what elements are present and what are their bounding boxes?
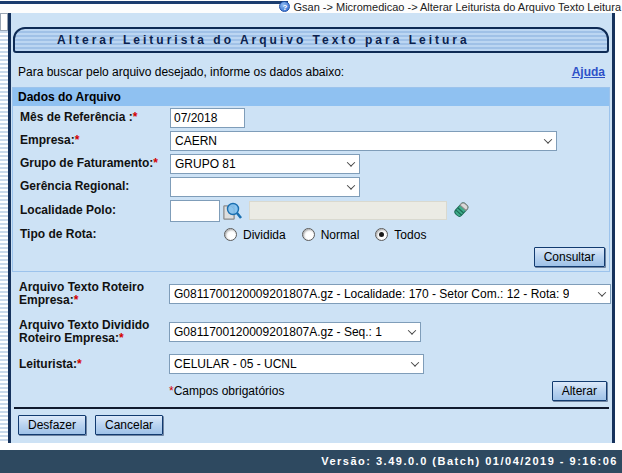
localidade-polo-nome-field [249, 201, 447, 220]
intro-text: Para buscar pelo arquivo desejado, infor… [18, 65, 344, 79]
tipo-rota-radio-group: Dividida Normal Todos [224, 228, 436, 242]
grupo-faturamento-label: Grupo de Faturamento: [20, 156, 153, 170]
alterar-button[interactable]: Alterar [552, 381, 607, 401]
desfazer-button[interactable]: Desfazer [18, 415, 86, 435]
breadcrumb: ? Gsan -> Micromedicao -> Alterar Leitur… [279, 0, 621, 13]
chevron-down-icon [347, 181, 355, 189]
row-consultar: Consultar [13, 246, 609, 268]
chevron-down-icon [598, 288, 606, 296]
row-localidade-polo: Localidade Polo: [13, 198, 609, 223]
radio-todos-label: Todos [394, 228, 426, 242]
required-asterisk: * [75, 133, 80, 147]
localidade-polo-label: Localidade Polo: [20, 204, 170, 217]
window-frame: Alterar Leiturista do Arquivo Texto para… [0, 13, 622, 450]
required-asterisk: * [74, 293, 79, 307]
row-gerencia-regional: Gerência Regional: [13, 175, 609, 198]
arquivo-dividido-label: Arquivo Texto Dividido Roteiro Empresa: [19, 318, 149, 345]
page-title: Alterar Leiturista do Arquivo Texto para… [13, 27, 609, 53]
leiturista-select-value: CELULAR - 05 - UCNL [174, 357, 297, 371]
row-note-alterar: *Campos obrigatórios Alterar [11, 381, 612, 401]
empresa-select[interactable]: CAERN [170, 131, 557, 151]
section-header: Dados do Arquivo [13, 88, 609, 106]
version-footer: Versão: 3.49.0.0 (Batch) 01/04/2019 - 9:… [0, 450, 622, 473]
chevron-down-icon [347, 158, 355, 166]
radio-normal[interactable] [302, 228, 315, 241]
search-icon[interactable] [223, 201, 243, 221]
arquivo-roteiro-select-value: G0811700120009201807A.gz - Localidade: 1… [174, 287, 569, 301]
arquivo-roteiro-label: Arquivo Texto Roteiro Empresa: [19, 280, 144, 307]
row-grupo-faturamento: Grupo de Faturamento:* GRUPO 81 [13, 152, 609, 175]
arquivo-roteiro-select[interactable]: G0811700120009201807A.gz - Localidade: 1… [169, 284, 611, 304]
breadcrumb-text: Gsan -> Micromedicao -> Alterar Leituris… [293, 1, 621, 13]
frame-corner-box [0, 13, 8, 31]
help-icon[interactable]: ? [279, 1, 290, 12]
grupo-faturamento-select-value: GRUPO 81 [175, 157, 236, 171]
radio-todos[interactable] [375, 228, 388, 241]
frame-border-right [612, 13, 615, 443]
row-mes-referencia: Mês de Referência :* [13, 106, 609, 129]
top-bar: ? Gsan -> Micromedicao -> Alterar Leitur… [0, 0, 622, 13]
ajuda-link[interactable]: Ajuda [572, 65, 605, 79]
mes-referencia-input[interactable] [170, 108, 245, 128]
top-divider [0, 1, 288, 4]
row-empresa: Empresa:* CAERN [13, 129, 609, 152]
tipo-rota-label: Tipo de Rota: [20, 228, 170, 241]
radio-normal-label: Normal [321, 228, 360, 242]
empresa-label: Empresa: [20, 133, 75, 147]
required-asterisk: * [153, 156, 158, 170]
gerencia-regional-label: Gerência Regional: [20, 180, 170, 193]
chevron-down-icon [411, 358, 419, 366]
empresa-select-value: CAERN [175, 134, 217, 148]
chevron-down-icon [544, 135, 552, 143]
dados-arquivo-fieldset: Dados do Arquivo Mês de Referência :* Em… [12, 87, 610, 272]
cancelar-button[interactable]: Cancelar [95, 415, 163, 435]
eraser-icon[interactable] [452, 201, 471, 220]
radio-dividida[interactable] [224, 228, 237, 241]
chevron-down-icon [408, 326, 416, 334]
row-arquivo-dividido: Arquivo Texto Dividido Roteiro Empresa:*… [11, 316, 612, 348]
arquivo-dividido-select[interactable]: G0811700120009201807A.gz - Seq.: 1 [169, 322, 421, 342]
row-leiturista: Leiturista:* CELULAR - 05 - UCNL [11, 354, 612, 374]
required-asterisk: * [77, 357, 82, 371]
left-decor-strip [0, 13, 8, 443]
localidade-polo-input[interactable] [170, 200, 220, 222]
consultar-button[interactable]: Consultar [534, 247, 605, 267]
actions-row: Desfazer Cancelar [11, 415, 612, 435]
leiturista-select[interactable]: CELULAR - 05 - UCNL [169, 354, 424, 374]
radio-dividida-label: Dividida [243, 228, 286, 242]
row-arquivo-roteiro: Arquivo Texto Roteiro Empresa:* G0811700… [11, 278, 612, 310]
intro-row: Para buscar pelo arquivo desejado, infor… [11, 65, 612, 79]
campos-obrigatorios-note: *Campos obrigatórios [169, 384, 284, 398]
row-tipo-rota: Tipo de Rota: Dividida Normal Todos [13, 223, 609, 246]
separator-line [14, 407, 609, 409]
gerencia-regional-select[interactable] [170, 177, 360, 197]
page-content: Alterar Leiturista do Arquivo Texto para… [11, 13, 612, 443]
grupo-faturamento-select[interactable]: GRUPO 81 [170, 154, 360, 174]
arquivo-dividido-select-value: G0811700120009201807A.gz - Seq.: 1 [174, 325, 382, 339]
mes-referencia-label: Mês de Referência : [20, 110, 133, 124]
required-asterisk: * [133, 110, 138, 124]
required-asterisk: * [119, 331, 124, 345]
leiturista-label: Leiturista: [19, 357, 77, 371]
